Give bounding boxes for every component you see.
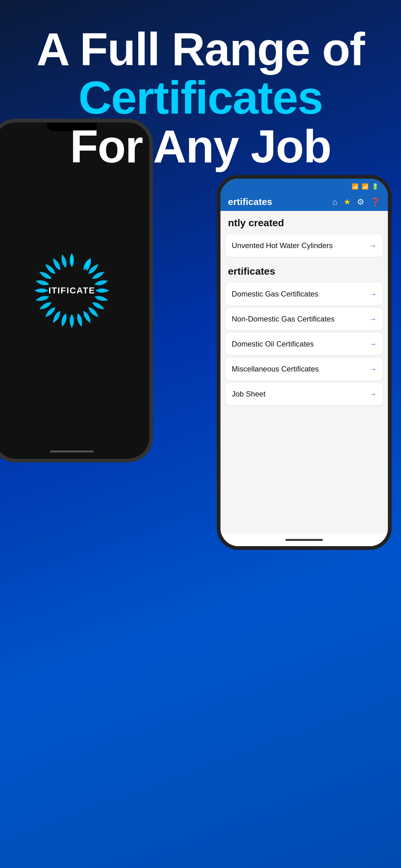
help-icon[interactable]: ❓	[370, 197, 380, 207]
left-home-bar	[50, 451, 94, 453]
home-bar-indicator	[286, 539, 323, 541]
list-item[interactable]: Miscellaneous Certificates →	[226, 358, 383, 380]
home-icon[interactable]: ⌂	[332, 197, 337, 207]
item-text: Domestic Gas Certificates	[232, 290, 318, 299]
signal-icon: 📶	[362, 183, 369, 190]
battery-icon: 🔋	[372, 183, 378, 190]
list-item[interactable]: Domestic Gas Certificates →	[226, 283, 383, 305]
hero-section: A Full Range of Certificates For Any Job	[0, 0, 401, 170]
phone-left-screen: ITIFICATE	[0, 122, 149, 459]
status-icons: 📶 📶 🔋	[352, 183, 378, 190]
hero-line3: For Any Job	[19, 122, 382, 170]
arrow-icon: →	[369, 315, 377, 323]
star-icon[interactable]: ★	[343, 197, 351, 207]
list-item[interactable]: Unvented Hot Water Cylinders →	[226, 234, 383, 257]
item-text: Unvented Hot Water Cylinders	[232, 241, 333, 250]
list-item[interactable]: Non-Domestic Gas Certificates →	[226, 308, 383, 330]
app-header: ertificates ⌂ ★ ⚙ ❓	[221, 193, 388, 211]
item-text: Job Sheet	[232, 390, 265, 398]
item-text: Miscellaneous Certificates	[232, 365, 319, 373]
arrow-icon: →	[369, 241, 377, 250]
arrow-icon: →	[369, 290, 377, 299]
certificates-label: ertificates	[221, 259, 388, 280]
phone-right: 📶 📶 🔋 ertificates ⌂ ★ ⚙ ❓ ntly created U…	[217, 175, 392, 550]
app-content: ntly created Unvented Hot Water Cylinder…	[221, 211, 388, 534]
arrow-icon: →	[369, 340, 377, 348]
hero-line1: A Full Range of	[19, 25, 382, 73]
item-text: Non-Domestic Gas Certificates	[232, 315, 334, 323]
list-item[interactable]: Domestic Oil Certificates →	[226, 333, 383, 355]
list-item[interactable]: Job Sheet →	[226, 383, 383, 405]
status-bar: 📶 📶 🔋	[221, 179, 388, 193]
recently-created-label: ntly created	[221, 211, 388, 232]
app-header-icons: ⌂ ★ ⚙ ❓	[332, 197, 380, 207]
app-title: ertificates	[228, 196, 272, 207]
settings-icon[interactable]: ⚙	[357, 197, 364, 207]
item-text: Domestic Oil Certificates	[232, 340, 314, 348]
arrow-icon: →	[369, 365, 377, 373]
wifi-icon: 📶	[352, 183, 359, 190]
flame-ring-container: ITIFICATE	[22, 241, 122, 341]
hero-line2: Certificates	[19, 73, 382, 122]
arrow-icon: →	[369, 390, 377, 398]
certificate-label: ITIFICATE	[48, 286, 95, 296]
home-bar	[221, 534, 388, 546]
